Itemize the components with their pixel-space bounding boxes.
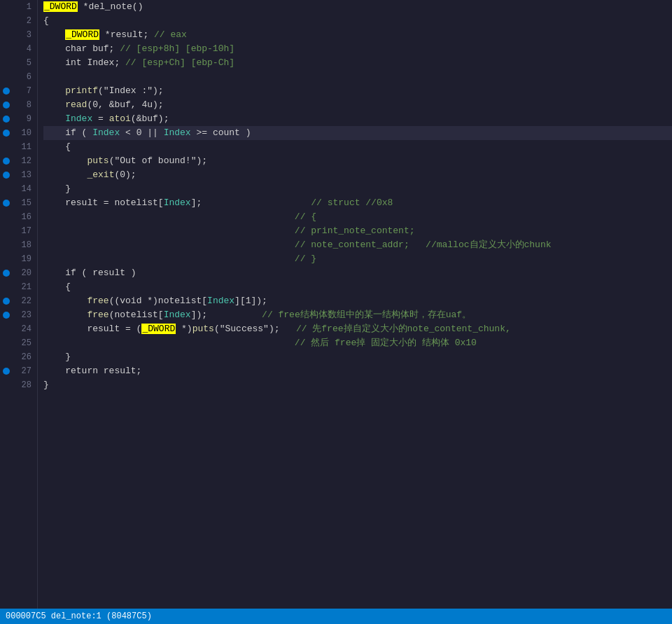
token-func: free [87, 296, 108, 306]
line-number: 15 [15, 196, 31, 210]
breakpoint-indicator [0, 42, 13, 56]
breakpoint-indicator [0, 238, 13, 252]
token-plain: ][1]); [234, 296, 267, 306]
line-number: 23 [15, 308, 31, 322]
code-line: Index = atoi(&buf); [43, 112, 672, 126]
line-number: 2 [15, 14, 31, 28]
breakpoint-dot[interactable] [3, 102, 10, 109]
code-line: // { [43, 210, 672, 224]
code-line: // 然后 free掉 固定大小的 结构体 0x10 [43, 336, 672, 350]
breakpoint-indicator [0, 364, 13, 378]
code-line: } [43, 378, 672, 392]
breakpoint-indicator [0, 252, 13, 266]
token-plain: if ( [43, 127, 92, 138]
code-line: free((void *)notelist[Index][1]); [43, 294, 672, 308]
token-plain: (&buf); [131, 113, 169, 124]
line-numbers: 1234567891011121314151617181920212223242… [13, 0, 38, 609]
breakpoint-indicator [0, 294, 13, 308]
code-line: // note_content_addr; //malloc自定义大小的chun… [43, 238, 672, 252]
code-lines: _DWORD *del_note(){ _DWORD *result; // e… [38, 0, 672, 609]
code-line: read(0, &buf, 4u); [43, 98, 672, 112]
token-func: atoi [109, 113, 131, 124]
breakpoint-dot[interactable] [3, 368, 10, 375]
breakpoint-dot[interactable] [3, 270, 10, 277]
token-func: puts [87, 155, 108, 166]
code-line: } [43, 350, 672, 364]
token-plain [43, 113, 65, 124]
code-line: _exit(0); [43, 168, 672, 182]
token-plain: ((void *)notelist[ [109, 296, 207, 306]
breakpoint-dot[interactable] [3, 158, 10, 165]
line-number: 22 [15, 294, 31, 308]
code-line: int Index; // [esp+Ch] [ebp-Ch] [43, 56, 672, 70]
code-line: if ( Index < 0 || Index >= count ) [43, 126, 672, 140]
line-number: 20 [15, 266, 31, 280]
code-container: 1234567891011121314151617181920212223242… [0, 0, 672, 609]
code-line: { [43, 280, 672, 294]
breakpoint-indicator [0, 266, 13, 280]
token-type: _DWORD [141, 324, 176, 334]
token-func: printf [65, 85, 98, 96]
token-plain: (0, &buf, 4u); [87, 99, 163, 110]
breakpoint-indicator [0, 70, 13, 84]
line-number: 7 [15, 84, 31, 98]
breakpoint-indicator [0, 98, 13, 112]
token-plain [43, 29, 65, 40]
line-number: 28 [15, 378, 31, 392]
breakpoint-dot[interactable] [3, 116, 10, 123]
breakpoint-dot[interactable] [3, 172, 10, 179]
breakpoint-indicator [0, 280, 13, 294]
token-plain: result = ( [43, 324, 141, 334]
line-number: 3 [15, 28, 31, 42]
token-comment: // [esp+8h] [ebp-10h] [120, 43, 234, 54]
breakpoint-indicator [0, 210, 13, 224]
token-plain: result = notelist[ [43, 197, 164, 208]
token-plain: (notelist[ [109, 310, 164, 320]
code-line: // print_note_content; [43, 224, 672, 238]
status-text: 000007C5 del_note:1 (80487C5) [6, 609, 152, 624]
line-number: 27 [15, 364, 31, 378]
line-number: 1 [15, 0, 31, 14]
breakpoint-indicator [0, 154, 13, 168]
token-var-special: Index [164, 127, 191, 138]
code-line [43, 70, 672, 84]
breakpoint-indicator [0, 350, 13, 364]
token-plain [43, 155, 87, 166]
breakpoint-dot[interactable] [3, 130, 10, 137]
token-plain: char buf; [43, 43, 120, 54]
code-line: char buf; // [esp+8h] [ebp-10h] [43, 42, 672, 56]
token-var-special: Index [164, 310, 191, 320]
token-func: read [65, 99, 87, 110]
breakpoint-dot[interactable] [3, 88, 10, 95]
token-comment: // eax [154, 29, 187, 40]
token-plain: *result; [99, 29, 154, 40]
token-func: puts [192, 324, 214, 334]
token-var-special: Index [207, 296, 234, 306]
token-plain: *del_note() [78, 1, 144, 12]
breakpoint-indicator [0, 322, 13, 336]
code-line: result = (_DWORD *)puts("Success"); // 先… [43, 322, 672, 336]
breakpoint-indicator [0, 126, 13, 140]
line-number: 17 [15, 224, 31, 238]
breakpoints-gutter [0, 0, 13, 609]
code-line: puts("Out of bound!"); [43, 154, 672, 168]
breakpoint-indicator [0, 336, 13, 350]
token-plain: ("Index :"); [98, 85, 164, 96]
breakpoint-indicator [0, 196, 13, 210]
breakpoint-dot[interactable] [3, 298, 10, 305]
token-plain: < 0 || [120, 127, 163, 138]
line-number: 26 [15, 350, 31, 364]
breakpoint-indicator [0, 224, 13, 238]
breakpoint-dot[interactable] [3, 200, 10, 207]
code-line: _DWORD *del_note() [43, 0, 672, 14]
breakpoint-dot[interactable] [3, 312, 10, 319]
line-number: 9 [15, 112, 31, 126]
token-plain [43, 254, 295, 264]
token-plain: return result; [43, 366, 141, 376]
breakpoint-indicator [0, 182, 13, 196]
breakpoint-indicator [0, 14, 13, 28]
code-editor: 1234567891011121314151617181920212223242… [0, 0, 672, 609]
code-line: _DWORD *result; // eax [43, 28, 672, 42]
breakpoint-indicator [0, 0, 13, 14]
token-comment: // struct //0x8 [311, 197, 393, 208]
